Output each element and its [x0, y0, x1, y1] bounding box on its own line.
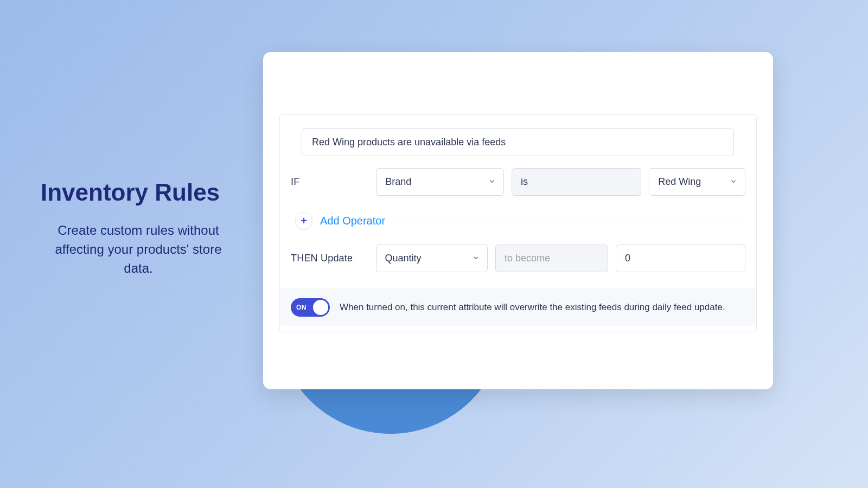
rule-form: IF Brand is Red Wing + Add Operator: [279, 114, 757, 332]
then-action-field[interactable]: to become: [495, 245, 608, 272]
then-row: THEN Update Quantity to become 0: [291, 245, 745, 272]
then-label: THEN Update: [291, 253, 368, 264]
toggle-row: ON When turned on, this current attribut…: [280, 288, 756, 326]
add-operator-button[interactable]: +: [295, 212, 312, 229]
overwrite-toggle[interactable]: ON: [291, 298, 330, 317]
add-operator-link[interactable]: Add Operator: [320, 215, 385, 227]
page-heading: Inventory Rules: [41, 179, 236, 206]
if-operator-field[interactable]: is: [512, 168, 641, 196]
if-value-select[interactable]: Red Wing: [649, 168, 745, 196]
page-subtitle: Create custom rules without affecting yo…: [41, 221, 236, 278]
if-label: IF: [291, 176, 368, 188]
chevron-down-icon: [488, 176, 496, 188]
toggle-state-label: ON: [296, 304, 307, 311]
then-attribute-select[interactable]: Quantity: [376, 245, 488, 272]
rule-card: IF Brand is Red Wing + Add Operator: [263, 52, 773, 389]
if-row: IF Brand is Red Wing: [291, 168, 745, 196]
plus-icon: +: [301, 215, 307, 226]
toggle-knob: [313, 300, 328, 315]
rule-name-input[interactable]: [302, 129, 734, 156]
then-value-input[interactable]: 0: [616, 245, 745, 272]
chevron-down-icon: [472, 253, 480, 264]
if-attribute-select[interactable]: Brand: [376, 168, 504, 196]
left-panel: Inventory Rules Create custom rules with…: [41, 179, 236, 278]
add-operator-row: + Add Operator: [291, 212, 745, 229]
toggle-description: When turned on, this current attribute w…: [340, 301, 725, 314]
then-attribute-value: Quantity: [385, 253, 422, 264]
divider: [393, 221, 745, 221]
if-attribute-value: Brand: [385, 176, 411, 187]
if-value-text: Red Wing: [658, 176, 701, 187]
chevron-down-icon: [730, 176, 737, 188]
